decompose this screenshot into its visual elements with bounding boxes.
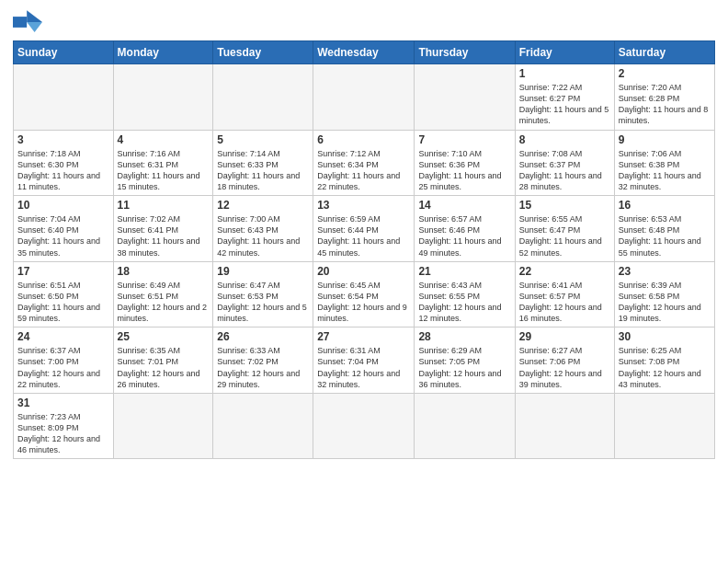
calendar-cell: 26Sunrise: 6:33 AM Sunset: 7:02 PM Dayli…	[213, 327, 313, 394]
day-number: 4	[118, 133, 210, 146]
day-number: 3	[17, 133, 109, 146]
weekday-header-monday: Monday	[113, 41, 213, 64]
calendar-cell: 28Sunrise: 6:29 AM Sunset: 7:05 PM Dayli…	[415, 327, 515, 394]
calendar-cell: 3Sunrise: 7:18 AM Sunset: 6:30 PM Daylig…	[14, 130, 114, 196]
calendar-cell: 4Sunrise: 7:16 AM Sunset: 6:31 PM Daylig…	[113, 130, 213, 196]
day-info: Sunrise: 7:20 AM Sunset: 6:28 PM Dayligh…	[619, 82, 711, 127]
svg-marker-2	[27, 22, 42, 32]
day-number: 5	[217, 133, 309, 146]
day-info: Sunrise: 7:12 AM Sunset: 6:34 PM Dayligh…	[317, 148, 410, 193]
day-info: Sunrise: 7:10 AM Sunset: 6:36 PM Dayligh…	[418, 148, 510, 193]
day-info: Sunrise: 6:47 AM Sunset: 6:53 PM Dayligh…	[217, 280, 309, 325]
header	[13, 9, 715, 35]
day-info: Sunrise: 7:08 AM Sunset: 6:37 PM Dayligh…	[519, 148, 610, 193]
calendar-cell: 5Sunrise: 7:14 AM Sunset: 6:33 PM Daylig…	[213, 130, 313, 196]
calendar-cell: 20Sunrise: 6:45 AM Sunset: 6:54 PM Dayli…	[313, 261, 415, 327]
calendar-cell: 22Sunrise: 6:41 AM Sunset: 6:57 PM Dayli…	[515, 261, 614, 327]
weekday-header-wednesday: Wednesday	[313, 41, 415, 64]
day-number: 19	[217, 265, 309, 278]
calendar-cell: 16Sunrise: 6:53 AM Sunset: 6:48 PM Dayli…	[614, 196, 714, 262]
day-info: Sunrise: 6:59 AM Sunset: 6:44 PM Dayligh…	[317, 213, 410, 259]
generalblue-logo-icon	[13, 9, 42, 35]
week-row-2: 3Sunrise: 7:18 AM Sunset: 6:30 PM Daylig…	[14, 130, 715, 196]
calendar-cell: 24Sunrise: 6:37 AM Sunset: 7:00 PM Dayli…	[14, 327, 114, 394]
day-info: Sunrise: 6:27 AM Sunset: 7:06 PM Dayligh…	[519, 345, 610, 390]
logo	[13, 9, 46, 35]
day-number: 23	[619, 265, 711, 278]
day-info: Sunrise: 6:53 AM Sunset: 6:48 PM Dayligh…	[619, 213, 711, 259]
day-number: 16	[619, 199, 711, 212]
calendar-cell	[113, 393, 213, 459]
day-number: 7	[418, 133, 510, 146]
day-number: 26	[217, 330, 309, 343]
day-number: 24	[17, 330, 109, 343]
calendar-cell	[213, 393, 313, 459]
day-number: 11	[118, 199, 210, 212]
weekday-header-sunday: Sunday	[14, 41, 114, 64]
calendar-cell: 29Sunrise: 6:27 AM Sunset: 7:06 PM Dayli…	[515, 327, 614, 394]
day-number: 18	[118, 265, 210, 278]
calendar-cell	[515, 393, 614, 459]
day-number: 12	[217, 199, 309, 212]
day-info: Sunrise: 7:22 AM Sunset: 6:27 PM Dayligh…	[519, 82, 610, 127]
calendar-cell	[415, 64, 515, 131]
calendar-cell: 30Sunrise: 6:25 AM Sunset: 7:08 PM Dayli…	[614, 327, 714, 394]
weekday-header-row: SundayMondayTuesdayWednesdayThursdayFrid…	[14, 41, 715, 64]
calendar-cell: 13Sunrise: 6:59 AM Sunset: 6:44 PM Dayli…	[313, 196, 415, 262]
calendar-cell: 23Sunrise: 6:39 AM Sunset: 6:58 PM Dayli…	[614, 261, 714, 327]
day-number: 29	[519, 330, 610, 343]
day-number: 6	[317, 133, 410, 146]
calendar-cell: 18Sunrise: 6:49 AM Sunset: 6:51 PM Dayli…	[113, 261, 213, 327]
day-info: Sunrise: 6:29 AM Sunset: 7:05 PM Dayligh…	[418, 345, 510, 390]
calendar-cell	[313, 393, 415, 459]
day-number: 22	[519, 265, 610, 278]
day-number: 31	[17, 396, 109, 409]
day-info: Sunrise: 6:35 AM Sunset: 7:01 PM Dayligh…	[118, 345, 210, 390]
day-info: Sunrise: 6:31 AM Sunset: 7:04 PM Dayligh…	[317, 345, 410, 390]
week-row-1: 1Sunrise: 7:22 AM Sunset: 6:27 PM Daylig…	[14, 64, 715, 131]
calendar-cell: 19Sunrise: 6:47 AM Sunset: 6:53 PM Dayli…	[213, 261, 313, 327]
weekday-header-friday: Friday	[515, 41, 614, 64]
weekday-header-saturday: Saturday	[614, 41, 714, 64]
calendar-cell	[614, 393, 714, 459]
day-info: Sunrise: 7:06 AM Sunset: 6:38 PM Dayligh…	[619, 148, 711, 193]
day-number: 30	[619, 330, 711, 343]
day-info: Sunrise: 6:55 AM Sunset: 6:47 PM Dayligh…	[519, 213, 610, 259]
day-info: Sunrise: 6:37 AM Sunset: 7:00 PM Dayligh…	[17, 345, 109, 390]
day-number: 17	[17, 265, 109, 278]
calendar-cell	[213, 64, 313, 131]
day-info: Sunrise: 6:39 AM Sunset: 6:58 PM Dayligh…	[619, 280, 711, 325]
svg-rect-0	[13, 17, 27, 28]
calendar-cell: 15Sunrise: 6:55 AM Sunset: 6:47 PM Dayli…	[515, 196, 614, 262]
day-number: 1	[519, 67, 610, 80]
day-info: Sunrise: 6:57 AM Sunset: 6:46 PM Dayligh…	[418, 213, 510, 259]
day-info: Sunrise: 7:14 AM Sunset: 6:33 PM Dayligh…	[217, 148, 309, 193]
calendar-cell: 10Sunrise: 7:04 AM Sunset: 6:40 PM Dayli…	[14, 196, 114, 262]
day-info: Sunrise: 7:18 AM Sunset: 6:30 PM Dayligh…	[17, 148, 109, 193]
calendar-cell: 8Sunrise: 7:08 AM Sunset: 6:37 PM Daylig…	[515, 130, 614, 196]
day-number: 25	[118, 330, 210, 343]
day-number: 14	[418, 199, 510, 212]
week-row-4: 17Sunrise: 6:51 AM Sunset: 6:50 PM Dayli…	[14, 261, 715, 327]
day-number: 27	[317, 330, 410, 343]
day-number: 2	[619, 67, 711, 80]
week-row-3: 10Sunrise: 7:04 AM Sunset: 6:40 PM Dayli…	[14, 196, 715, 262]
calendar-cell: 25Sunrise: 6:35 AM Sunset: 7:01 PM Dayli…	[113, 327, 213, 394]
day-info: Sunrise: 7:00 AM Sunset: 6:43 PM Dayligh…	[217, 213, 309, 259]
calendar-cell: 11Sunrise: 7:02 AM Sunset: 6:41 PM Dayli…	[113, 196, 213, 262]
day-info: Sunrise: 6:41 AM Sunset: 6:57 PM Dayligh…	[519, 280, 610, 325]
weekday-header-tuesday: Tuesday	[213, 41, 313, 64]
day-number: 10	[17, 199, 109, 212]
calendar-cell	[415, 393, 515, 459]
week-row-6: 31Sunrise: 7:23 AM Sunset: 8:09 PM Dayli…	[14, 393, 715, 459]
calendar-cell: 12Sunrise: 7:00 AM Sunset: 6:43 PM Dayli…	[213, 196, 313, 262]
day-info: Sunrise: 7:02 AM Sunset: 6:41 PM Dayligh…	[118, 213, 210, 259]
day-number: 20	[317, 265, 410, 278]
calendar-cell: 31Sunrise: 7:23 AM Sunset: 8:09 PM Dayli…	[14, 393, 114, 459]
calendar-cell: 21Sunrise: 6:43 AM Sunset: 6:55 PM Dayli…	[415, 261, 515, 327]
calendar-cell: 7Sunrise: 7:10 AM Sunset: 6:36 PM Daylig…	[415, 130, 515, 196]
day-number: 28	[418, 330, 510, 343]
calendar-cell: 27Sunrise: 6:31 AM Sunset: 7:04 PM Dayli…	[313, 327, 415, 394]
calendar-cell: 1Sunrise: 7:22 AM Sunset: 6:27 PM Daylig…	[515, 64, 614, 131]
calendar-cell: 14Sunrise: 6:57 AM Sunset: 6:46 PM Dayli…	[415, 196, 515, 262]
